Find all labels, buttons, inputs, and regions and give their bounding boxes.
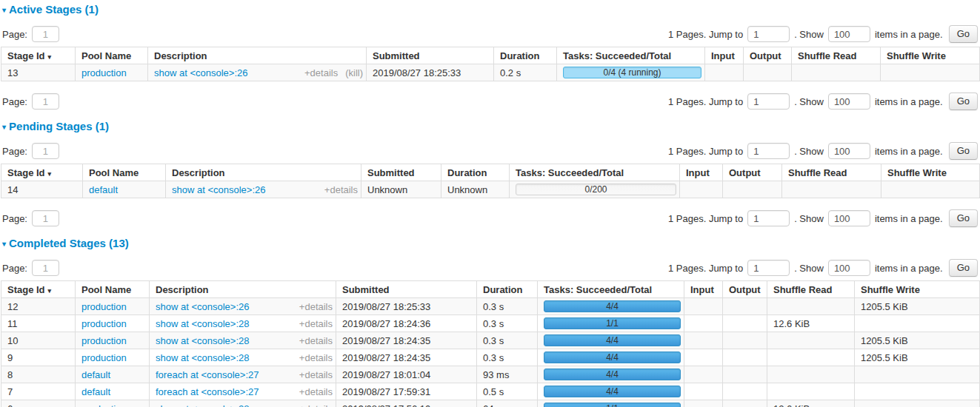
column-header-description[interactable]: Description — [166, 164, 361, 181]
stage-id-cell: 8 — [1, 366, 76, 383]
column-header-duration[interactable]: Duration — [494, 47, 557, 64]
go-button[interactable]: Go — [949, 92, 978, 110]
page-input[interactable] — [32, 260, 59, 276]
completed-stages-heading[interactable]: ▾Completed Stages (13) — [2, 237, 979, 250]
column-header-output[interactable]: Output — [723, 164, 782, 181]
details-toggle[interactable]: +details — [304, 67, 338, 78]
page-size-input[interactable] — [828, 26, 870, 42]
pool-name-link[interactable]: default — [81, 386, 110, 397]
shuffle-read-cell: 12.6 KiB — [767, 400, 855, 407]
column-header-pool-name[interactable]: Pool Name — [76, 47, 148, 64]
column-header-description[interactable]: Description — [148, 47, 367, 64]
pages-count-text: 1 Pages. Jump to — [668, 146, 743, 157]
stage-id-cell: 7 — [1, 383, 76, 400]
column-header-shuffle-read[interactable]: Shuffle Read — [767, 281, 855, 298]
column-header-input[interactable]: Input — [684, 281, 723, 298]
pending-stages-heading[interactable]: ▾Pending Stages (1) — [2, 120, 979, 133]
page-input[interactable] — [32, 26, 59, 42]
column-header-submitted[interactable]: Submitted — [361, 164, 441, 181]
description-link[interactable]: show at <console>:28 — [156, 352, 249, 363]
jump-to-input[interactable] — [747, 210, 790, 226]
page-label: Page: — [2, 96, 27, 107]
details-toggle[interactable]: +details — [324, 184, 358, 195]
column-header-submitted[interactable]: Submitted — [367, 47, 494, 64]
details-toggle[interactable]: +details — [299, 369, 333, 380]
details-toggle[interactable]: +details — [299, 318, 333, 329]
details-toggle[interactable]: +details — [299, 335, 333, 346]
column-header-duration[interactable]: Duration — [441, 164, 510, 181]
page-input[interactable] — [32, 93, 59, 110]
column-header-shuffle-write[interactable]: Shuffle Write — [881, 164, 980, 181]
task-progress-label: 0/4 (4 running) — [564, 67, 701, 78]
column-header-tasks[interactable]: Tasks: Succeeded/Total — [538, 281, 684, 298]
stage-row: 10productionshow at <console>:28+details… — [1, 332, 980, 349]
column-header-pool-name[interactable]: Pool Name — [83, 164, 166, 181]
column-header-shuffle-write[interactable]: Shuffle Write — [855, 281, 980, 298]
active-stages-heading[interactable]: ▾Active Stages (1) — [2, 3, 979, 16]
details-toggle[interactable]: +details — [299, 301, 333, 312]
pool-name-link[interactable]: production — [81, 301, 127, 312]
duration-cell: 0.2 s — [494, 64, 557, 81]
column-header-shuffle-read[interactable]: Shuffle Read — [782, 164, 881, 181]
description-link[interactable]: show at <console>:28 — [156, 335, 249, 346]
go-button[interactable]: Go — [949, 25, 978, 43]
column-header-stage-id[interactable]: Stage Id▾ — [1, 164, 83, 181]
description-link[interactable]: show at <console>:28 — [156, 403, 249, 407]
description-link[interactable]: show at <console>:26 — [154, 67, 247, 78]
column-header-tasks[interactable]: Tasks: Succeeded/Total — [510, 164, 680, 181]
column-header-output[interactable]: Output — [744, 47, 792, 64]
shuffle-read-cell — [767, 366, 855, 383]
jump-to-input[interactable] — [747, 26, 790, 42]
description-link[interactable]: foreach at <console>:27 — [156, 386, 259, 397]
go-button[interactable]: Go — [949, 259, 978, 277]
description-link[interactable]: foreach at <console>:27 — [156, 369, 259, 380]
tasks-cell: 4/4 — [538, 332, 684, 349]
stage-row: 8defaultforeach at <console>:27+details2… — [1, 366, 980, 383]
page-size-input[interactable] — [828, 93, 870, 110]
details-toggle[interactable]: +details — [299, 352, 333, 363]
pool-name-cell: production — [76, 64, 148, 81]
items-per-page-label: items in a page. — [875, 29, 943, 40]
jump-to-input[interactable] — [747, 93, 790, 110]
pool-name-link[interactable]: production — [81, 67, 127, 78]
column-header-shuffle-read[interactable]: Shuffle Read — [792, 47, 881, 64]
stage-id-cell: 10 — [1, 332, 76, 349]
submitted-cell: 2019/08/27 17:56:10 — [336, 400, 477, 407]
output-cell — [744, 64, 792, 81]
column-header-output[interactable]: Output — [723, 281, 767, 298]
page-size-input[interactable] — [828, 260, 870, 276]
pool-name-link[interactable]: production — [81, 318, 127, 329]
go-button[interactable]: Go — [949, 209, 978, 227]
column-header-description[interactable]: Description — [150, 281, 336, 298]
pool-name-link[interactable]: default — [89, 184, 118, 195]
pool-name-link[interactable]: production — [81, 352, 127, 363]
column-header-tasks[interactable]: Tasks: Succeeded/Total — [557, 47, 705, 64]
description-link[interactable]: show at <console>:26 — [156, 301, 249, 312]
pages-count-text: 1 Pages. Jump to — [668, 213, 743, 224]
page-size-input[interactable] — [828, 210, 870, 226]
page-input[interactable] — [32, 143, 59, 159]
column-header-input[interactable]: Input — [680, 164, 723, 181]
column-header-shuffle-write[interactable]: Shuffle Write — [881, 47, 980, 64]
column-header-submitted[interactable]: Submitted — [336, 281, 477, 298]
pool-name-link[interactable]: production — [81, 335, 127, 346]
column-header-stage-id[interactable]: Stage Id▾ — [1, 47, 76, 64]
column-header-pool-name[interactable]: Pool Name — [76, 281, 150, 298]
pool-name-link[interactable]: default — [81, 369, 110, 380]
jump-to-input[interactable] — [747, 260, 790, 276]
description-link[interactable]: show at <console>:28 — [156, 318, 249, 329]
column-header-duration[interactable]: Duration — [477, 281, 538, 298]
column-header-input[interactable]: Input — [705, 47, 744, 64]
jump-to-input[interactable] — [747, 143, 790, 159]
go-button[interactable]: Go — [949, 142, 978, 160]
page-input[interactable] — [32, 210, 59, 226]
pool-name-link[interactable]: production — [81, 403, 127, 407]
column-header-stage-id[interactable]: Stage Id▾ — [1, 281, 76, 298]
sort-desc-icon: ▾ — [48, 53, 52, 61]
jump-controls-group: 1 Pages. Jump to. Showitems in a page.Go — [668, 259, 978, 277]
page-size-input[interactable] — [828, 143, 870, 159]
kill-link[interactable]: (kill) — [345, 67, 363, 78]
description-link[interactable]: show at <console>:26 — [172, 184, 265, 195]
details-toggle[interactable]: +details — [299, 403, 333, 407]
details-toggle[interactable]: +details — [299, 386, 333, 397]
